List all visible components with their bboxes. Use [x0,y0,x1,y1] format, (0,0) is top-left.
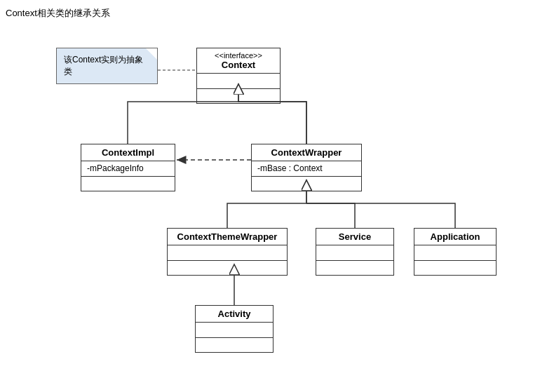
application-methods [414,261,496,275]
note-text: 该Context实则为抽象类 [64,55,143,76]
application-box: Application [414,228,497,276]
context-stereotype: <<interface>> [203,51,274,60]
context-impl-box: ContextImpl -mPackageInfo [81,144,175,191]
service-name: Service [316,229,393,245]
context-theme-wrapper-name: ContextThemeWrapper [168,229,287,245]
context-wrapper-box: ContextWrapper -mBase : Context [251,144,362,191]
application-attr [414,245,496,261]
context-methods [197,89,280,103]
context-impl-name: ContextImpl [81,144,175,161]
service-methods [316,261,393,275]
context-box: <<interface>> Context [196,48,281,104]
context-theme-wrapper-methods [168,261,287,275]
page-title: Context相关类的继承关系 [6,7,110,20]
context-theme-wrapper-attr [168,245,287,261]
activity-methods [196,338,273,352]
context-wrapper-methods [252,177,361,191]
context-attr [197,74,280,89]
activity-box: Activity [195,305,274,353]
service-box: Service [316,228,394,276]
context-wrapper-attr: -mBase : Context [252,161,361,177]
diagram-container: Context相关类的继承关系 该Context实则为抽象类 <<interfa… [0,0,547,392]
context-impl-methods [81,177,175,191]
activity-attr [196,323,273,338]
context-wrapper-name: ContextWrapper [252,144,361,161]
context-impl-attr: -mPackageInfo [81,161,175,177]
application-name: Application [414,229,496,245]
context-theme-wrapper-box: ContextThemeWrapper [167,228,288,276]
service-attr [316,245,393,261]
note-box: 该Context实则为抽象类 [56,48,158,84]
context-name: <<interface>> Context [197,48,280,74]
activity-name: Activity [196,306,273,323]
